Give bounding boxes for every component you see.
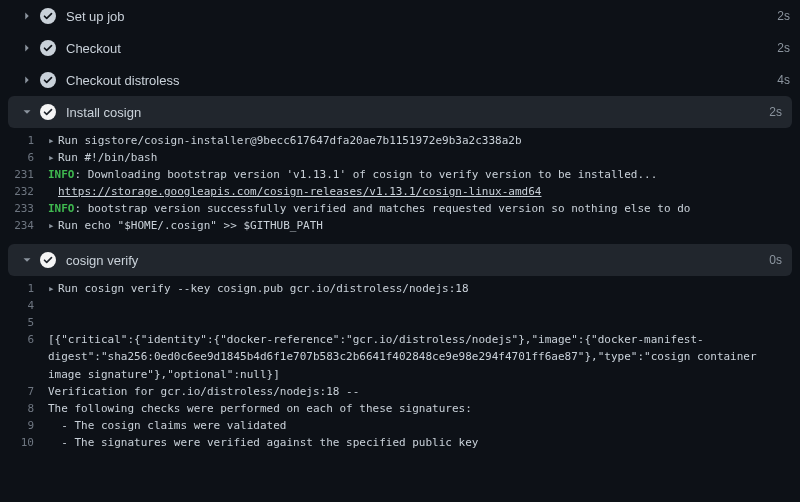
log-url[interactable]: https://storage.googleapis.com/cosign-re… <box>58 185 541 198</box>
line-content: ▸Run sigstore/cosign-installer@9becc6176… <box>44 132 790 149</box>
step-row-install-cosign[interactable]: Install cosign 2s <box>8 96 792 128</box>
line-number: 232 <box>0 183 44 200</box>
line-content: ▸Run cosign verify --key cosign.pub gcr.… <box>44 280 790 297</box>
line-number: 231 <box>0 166 44 183</box>
line-content: INFO: Downloading bootstrap version 'v1.… <box>44 166 790 183</box>
log-line[interactable]: 9 - The cosign claims were validated <box>0 417 800 434</box>
step-row-checkout[interactable]: Checkout 2s <box>0 32 800 64</box>
chevron-right-icon <box>20 73 34 87</box>
log-line[interactable]: 234 ▸Run echo "$HOME/.cosign" >> $GITHUB… <box>0 217 800 234</box>
line-number: 8 <box>0 400 44 417</box>
fold-caret-icon[interactable]: ▸ <box>48 149 58 166</box>
step-duration: 0s <box>769 253 782 267</box>
chevron-down-icon <box>20 253 34 267</box>
check-circle-icon <box>40 8 56 24</box>
chevron-right-icon <box>20 9 34 23</box>
line-content: INFO: bootstrap version successfully ver… <box>44 200 790 217</box>
line-content: - The signatures were verified against t… <box>44 434 790 451</box>
chevron-down-icon <box>20 105 34 119</box>
line-content: https://storage.googleapis.com/cosign-re… <box>44 183 790 200</box>
log-line[interactable]: 232 https://storage.googleapis.com/cosig… <box>0 183 800 200</box>
line-number: 6 <box>0 149 44 166</box>
log-line[interactable]: 7 Verification for gcr.io/distroless/nod… <box>0 383 800 400</box>
step-label: Set up job <box>66 9 777 24</box>
check-circle-icon <box>40 104 56 120</box>
log-line[interactable]: 231 INFO: Downloading bootstrap version … <box>0 166 800 183</box>
step-duration: 2s <box>769 105 782 119</box>
line-content: ▸Run #!/bin/bash <box>44 149 790 166</box>
line-number: 6 <box>0 331 44 382</box>
log-line[interactable]: 6 ▸Run #!/bin/bash <box>0 149 800 166</box>
log-line[interactable]: 233 INFO: bootstrap version successfully… <box>0 200 800 217</box>
log-cosign-verify: 1 ▸Run cosign verify --key cosign.pub gc… <box>0 276 800 460</box>
line-content <box>44 314 790 331</box>
check-circle-icon <box>40 40 56 56</box>
step-row-checkout-distroless[interactable]: Checkout distroless 4s <box>0 64 800 96</box>
step-duration: 4s <box>777 73 790 87</box>
step-duration: 2s <box>777 9 790 23</box>
line-content <box>44 297 790 314</box>
step-label: Checkout <box>66 41 777 56</box>
step-row-cosign-verify[interactable]: cosign verify 0s <box>8 244 792 276</box>
line-content: Verification for gcr.io/distroless/nodej… <box>44 383 790 400</box>
fold-caret-icon[interactable]: ▸ <box>48 217 58 234</box>
line-number: 10 <box>0 434 44 451</box>
fold-caret-icon[interactable]: ▸ <box>48 280 58 297</box>
log-line[interactable]: 8 The following checks were performed on… <box>0 400 800 417</box>
line-content: - The cosign claims were validated <box>44 417 790 434</box>
line-number: 1 <box>0 280 44 297</box>
line-number: 1 <box>0 132 44 149</box>
line-content: ▸Run echo "$HOME/.cosign" >> $GITHUB_PAT… <box>44 217 790 234</box>
step-label: Install cosign <box>66 105 769 120</box>
log-install-cosign: 1 ▸Run sigstore/cosign-installer@9becc61… <box>0 128 800 244</box>
log-line[interactable]: 1 ▸Run cosign verify --key cosign.pub gc… <box>0 280 800 297</box>
line-number: 9 <box>0 417 44 434</box>
step-duration: 2s <box>777 41 790 55</box>
log-line[interactable]: 1 ▸Run sigstore/cosign-installer@9becc61… <box>0 132 800 149</box>
step-label: Checkout distroless <box>66 73 777 88</box>
line-number: 4 <box>0 297 44 314</box>
fold-caret-icon[interactable]: ▸ <box>48 132 58 149</box>
step-label: cosign verify <box>66 253 769 268</box>
line-number: 7 <box>0 383 44 400</box>
line-number: 5 <box>0 314 44 331</box>
check-circle-icon <box>40 252 56 268</box>
log-line[interactable]: 5 <box>0 314 800 331</box>
check-circle-icon <box>40 72 56 88</box>
line-content: The following checks were performed on e… <box>44 400 790 417</box>
log-line[interactable]: 6 [{"critical":{"identity":{"docker-refe… <box>0 331 800 382</box>
step-row-setup-job[interactable]: Set up job 2s <box>0 0 800 32</box>
line-number: 233 <box>0 200 44 217</box>
line-content: [{"critical":{"identity":{"docker-refere… <box>44 331 790 382</box>
chevron-right-icon <box>20 41 34 55</box>
line-number: 234 <box>0 217 44 234</box>
log-line[interactable]: 10 - The signatures were verified agains… <box>0 434 800 451</box>
log-line[interactable]: 4 <box>0 297 800 314</box>
